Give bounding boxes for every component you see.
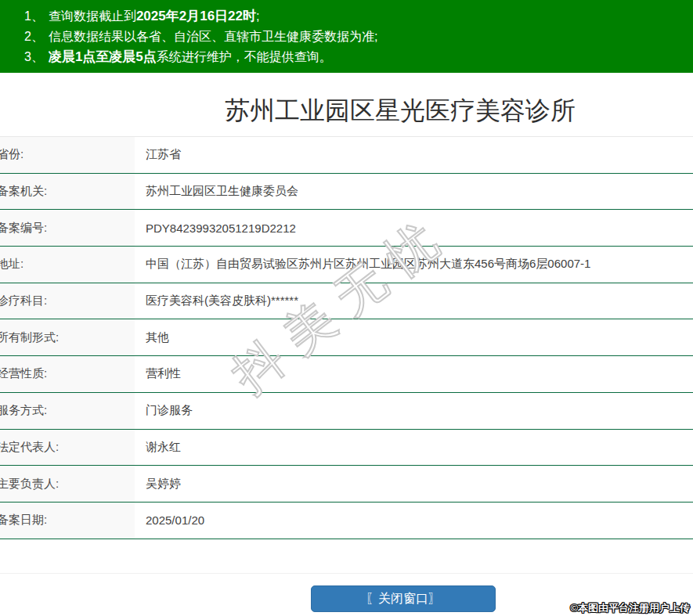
- row-label: 备案机关:: [0, 174, 135, 210]
- row-value: 苏州工业园区卫生健康委员会: [135, 174, 693, 210]
- copyright-text: ©本图由平台注册用户上传: [570, 601, 690, 615]
- row-value: 门诊服务: [135, 393, 693, 429]
- row-value: 其他: [135, 319, 693, 355]
- table-row-main-responsible-person: 主要负责人: 吴婷婷: [0, 466, 693, 503]
- table-row-legal-representative: 法定代表人: 谢永红: [0, 430, 693, 467]
- row-value: 吴婷婷: [135, 466, 693, 502]
- table-row-province: 省份: 江苏省: [0, 137, 693, 174]
- close-window-button[interactable]: 〖关闭窗口〗: [311, 585, 496, 612]
- row-value: 谢永红: [135, 430, 693, 466]
- table-row-ownership-form: 所有制形式: 其他: [0, 319, 693, 356]
- row-value: 2025/01/20: [135, 503, 693, 539]
- notice-item-2: 2、信息数据结果以各省、自治区、直辖市卫生健康委数据为准;: [24, 27, 685, 47]
- notice-item-3: 3、凌晨1点至凌晨5点系统进行维护，不能提供查询。: [24, 47, 685, 67]
- notice-item-number: 1、: [24, 9, 44, 23]
- table-row-filing-date: 备案日期: 2025/01/20: [0, 503, 693, 539]
- notice-item-1: 1、查询数据截止到2025年2月16日22时;: [24, 6, 685, 27]
- row-label: 诊疗科目:: [0, 283, 135, 319]
- notice-item-text: 查询数据截止到: [49, 9, 136, 23]
- table-row-service-mode: 服务方式: 门诊服务: [0, 393, 693, 430]
- row-value: 医疗美容科(美容皮肤科)******: [135, 283, 693, 319]
- table-row-medical-subjects: 诊疗科目: 医疗美容科(美容皮肤科)******: [0, 283, 693, 320]
- table-row-filing-number: 备案编号: PDY84239932051219D2212: [0, 210, 693, 247]
- row-label: 服务方式:: [0, 393, 135, 429]
- row-value: PDY84239932051219D2212: [135, 210, 693, 246]
- row-label: 地址:: [0, 247, 135, 283]
- table-row-address: 地址: 中国（江苏）自由贸易试验区苏州片区苏州工业园区苏州大道东456号商场6层…: [0, 247, 693, 283]
- notice-item-number: 3、: [24, 50, 44, 63]
- notice-item-text: ;: [256, 9, 259, 23]
- notice-item-text: 信息数据结果以各省、自治区、直辖市卫生健康委数据为准;: [49, 30, 377, 43]
- info-table: 省份: 江苏省 备案机关: 苏州工业园区卫生健康委员会 备案编号: PDY842…: [0, 136, 693, 539]
- row-label: 主要负责人:: [0, 466, 135, 502]
- page-title: 苏州工业园区星光医疗美容诊所: [225, 94, 576, 128]
- notice-item-bold-text: 凌晨1点至凌晨5点: [49, 49, 157, 64]
- row-label: 经营性质:: [0, 356, 135, 392]
- row-value: 中国（江苏）自由贸易试验区苏州片区苏州工业园区苏州大道东456号商场6层0600…: [135, 247, 693, 283]
- row-value: 营利性: [135, 356, 693, 392]
- row-value: 江苏省: [135, 137, 693, 173]
- notice-item-bold-text: 2025年2月16日22时: [136, 9, 256, 23]
- row-label: 备案日期:: [0, 503, 135, 539]
- row-label: 所有制形式:: [0, 319, 135, 355]
- row-label: 法定代表人:: [0, 430, 135, 466]
- row-label: 备案编号:: [0, 210, 135, 246]
- notice-item-text: 系统进行维护，不能提供查询。: [157, 50, 332, 63]
- table-row-filing-authority: 备案机关: 苏州工业园区卫生健康委员会: [0, 174, 693, 211]
- notice-banner: 1、查询数据截止到2025年2月16日22时; 2、信息数据结果以各省、自治区、…: [0, 0, 693, 73]
- footer-divider: [0, 573, 693, 574]
- table-row-business-nature: 经营性质: 营利性: [0, 356, 693, 393]
- row-label: 省份:: [0, 137, 135, 173]
- notice-item-number: 2、: [24, 30, 44, 43]
